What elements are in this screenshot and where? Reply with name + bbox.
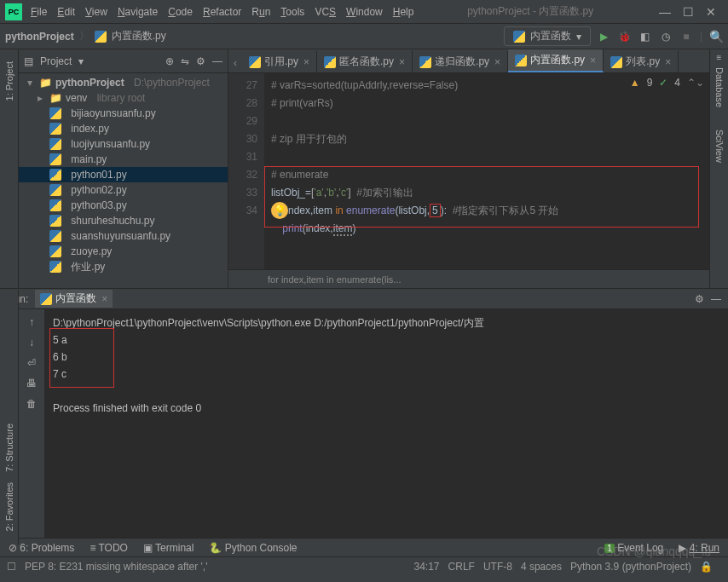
menu-help[interactable]: Help — [393, 6, 414, 18]
down-icon[interactable]: ↓ — [29, 337, 34, 349]
trash-icon[interactable]: 🗑 — [26, 398, 37, 410]
tab-structure[interactable]: 7: Structure — [4, 424, 14, 472]
python-file-icon — [513, 31, 525, 43]
editor-tab[interactable]: 递归函数.py× — [413, 51, 508, 72]
menu-refactor[interactable]: Refactor — [203, 6, 241, 18]
close-tab-icon[interactable]: × — [399, 56, 405, 68]
tree-venv[interactable]: ▸📁venv library root — [19, 90, 228, 106]
chevron-down-icon[interactable]: ▾ — [78, 55, 84, 67]
settings-icon[interactable]: ⚙ — [196, 55, 205, 67]
console-cmd: D:\pythonProject1\pythonProject\venv\Scr… — [53, 314, 719, 331]
tree-root[interactable]: ▾📁pythonProject D:\pythonProject — [19, 75, 228, 90]
close-tab-icon[interactable]: × — [590, 55, 596, 66]
lock-icon[interactable]: 🔒 — [700, 561, 713, 573]
tab-sciview[interactable]: SciView — [714, 130, 725, 163]
editor-tab-active[interactable]: 内置函数.py× — [508, 49, 604, 72]
check-icon: ✓ — [659, 77, 667, 89]
tree-file[interactable]: bijiaoyunsuanfu.py — [19, 106, 228, 121]
close-tab-icon[interactable]: × — [665, 56, 671, 68]
close-tab-icon[interactable]: × — [303, 56, 309, 68]
tree-file[interactable]: shuruheshuchu.py — [19, 213, 228, 228]
run-config-label: 内置函数 — [530, 29, 571, 43]
status-line-sep[interactable]: CRLF — [448, 561, 475, 573]
status-caret-pos[interactable]: 34:17 — [414, 561, 440, 573]
tab-database[interactable]: Database — [714, 67, 725, 107]
up-icon[interactable]: ↑ — [29, 316, 34, 328]
tree-file[interactable]: suanshuyunsuanfu.py — [19, 228, 228, 244]
inspections-widget[interactable]: ▲9 ✓4 ⌃⌄ — [630, 77, 704, 89]
tree-file[interactable]: luojiyunsuanfu.py — [19, 136, 228, 152]
menu-file[interactable]: File — [31, 6, 47, 18]
tab-project[interactable]: 1: Project — [4, 61, 14, 101]
project-tree: ▾📁pythonProject D:\pythonProject ▸📁venv … — [19, 73, 228, 288]
tree-file[interactable]: main.py — [19, 152, 228, 167]
menu-vcs[interactable]: VCS — [315, 6, 336, 18]
tree-file[interactable]: zuoye.py — [19, 244, 228, 259]
code-content[interactable]: # varRs=sorted(tupAddrly,reverse=False) … — [264, 73, 709, 269]
tab-python-console[interactable]: 🐍 Python Console — [209, 542, 297, 554]
breadcrumb-root[interactable]: pythonProject — [5, 31, 74, 43]
minimize-icon[interactable]: — — [659, 5, 671, 19]
maximize-icon[interactable]: ☐ — [683, 5, 694, 19]
hide-icon[interactable]: — — [711, 293, 721, 305]
close-tab-icon[interactable]: × — [494, 56, 500, 68]
intention-bulb-icon[interactable]: 💡 — [271, 202, 288, 219]
tree-file[interactable]: index.py — [19, 121, 228, 136]
tree-root-label: pythonProject — [55, 77, 124, 89]
run-tab[interactable]: 内置函数× — [35, 290, 113, 308]
main-menu: File Edit View Navigate Code Refactor Ru… — [27, 6, 413, 18]
profile-button[interactable]: ◷ — [659, 30, 673, 43]
collapse-icon[interactable]: ⇋ — [181, 55, 189, 67]
menu-run[interactable]: Run — [251, 6, 270, 18]
tab-favorites[interactable]: 2: Favorites — [4, 482, 14, 531]
tab-terminal[interactable]: ▣ Terminal — [143, 542, 194, 554]
code-editor[interactable]: 2728293031323334 # varRs=sorted(tupAddrl… — [228, 73, 709, 269]
menu-code[interactable]: Code — [168, 6, 193, 18]
debug-button[interactable]: 🐞 — [618, 30, 632, 43]
settings-icon[interactable]: ⚙ — [695, 293, 704, 305]
target-icon[interactable]: ⊕ — [165, 55, 174, 67]
status-icon[interactable]: ☐ — [7, 561, 16, 573]
tab-scroll-left[interactable]: ‹ — [228, 54, 242, 72]
breadcrumb[interactable]: pythonProject 〉 内置函数.py — [5, 29, 166, 43]
run-button[interactable]: ▶ — [598, 30, 611, 43]
editor-tab[interactable]: 列表.py× — [604, 51, 679, 72]
tree-file[interactable]: 作业.py — [19, 259, 228, 274]
chevron-up-down-icon[interactable]: ⌃⌄ — [687, 77, 704, 89]
hide-icon[interactable]: — — [212, 55, 222, 67]
status-bar: ☐ PEP 8: E231 missing whitespace after '… — [0, 556, 728, 575]
coverage-button[interactable]: ◧ — [638, 30, 652, 43]
print-icon[interactable]: 🖶 — [26, 377, 37, 389]
editor-tab[interactable]: 匿名函数.py× — [317, 51, 413, 72]
navbar: pythonProject 〉 内置函数.py 内置函数 ▾ ▶ 🐞 ◧ ◷ ■… — [0, 24, 728, 49]
status-inspection[interactable]: PEP 8: E231 missing whitespace after ',' — [25, 561, 207, 573]
tab-todo[interactable]: ≡ TODO — [90, 542, 128, 554]
close-icon[interactable]: ✕ — [706, 5, 716, 19]
menu-window[interactable]: Window — [346, 6, 383, 18]
tree-file[interactable]: python02.py — [19, 182, 228, 198]
left-bottom-tabs: 7: Structure 2: Favorites — [0, 290, 19, 545]
editor-breadcrumb[interactable]: for index,item in enumerate(lis... — [228, 269, 709, 288]
menu-tools[interactable]: Tools — [280, 6, 304, 18]
pycharm-logo-icon: PC — [5, 3, 22, 20]
breadcrumb-file[interactable]: 内置函数.py — [112, 29, 166, 43]
tree-file[interactable]: python03.py — [19, 198, 228, 213]
menu-view[interactable]: View — [85, 6, 107, 18]
line-gutter: 2728293031323334 — [228, 73, 264, 269]
close-tab-icon[interactable]: × — [101, 293, 107, 305]
run-config-selector[interactable]: 内置函数 ▾ — [504, 26, 591, 46]
stop-button[interactable]: ■ — [679, 30, 693, 43]
tree-file-selected[interactable]: python01.py — [19, 167, 228, 182]
menu-edit[interactable]: Edit — [57, 6, 75, 18]
menu-navigate[interactable]: Navigate — [118, 6, 158, 18]
watermark: CSDN @qianqqqq_lu — [597, 545, 711, 558]
console-output[interactable]: D:\pythonProject1\pythonProject\venv\Scr… — [44, 309, 728, 538]
wrap-icon[interactable]: ⏎ — [27, 357, 36, 369]
status-indent[interactable]: 4 spaces — [521, 561, 562, 573]
editor-tab[interactable]: 引用.py× — [242, 51, 317, 72]
right-tool-tabs: ≡ Database SciView — [709, 49, 728, 288]
status-interpreter[interactable]: Python 3.9 (pythonProject) — [570, 561, 691, 573]
status-encoding[interactable]: UTF-8 — [483, 561, 512, 573]
chevron-down-icon: ▾ — [576, 31, 581, 43]
search-everywhere-icon[interactable]: 🔍 — [709, 30, 723, 43]
